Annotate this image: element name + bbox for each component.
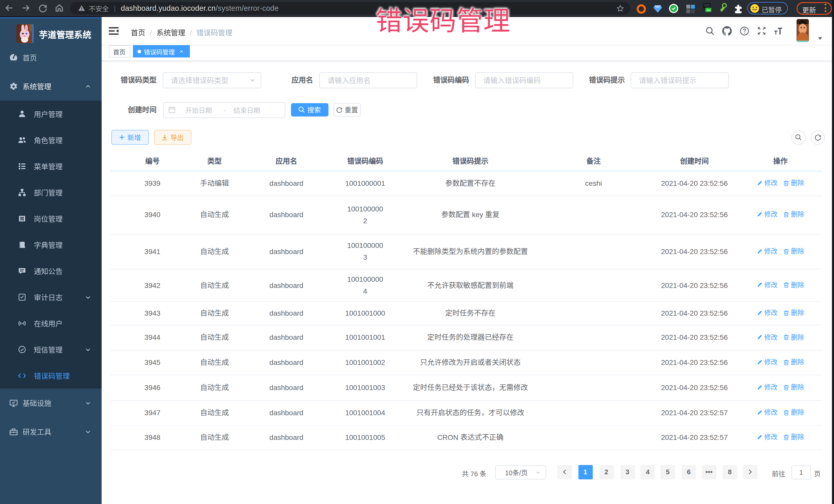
svg-text:岗: 岗	[20, 216, 24, 221]
svg-text:on: on	[706, 8, 710, 12]
